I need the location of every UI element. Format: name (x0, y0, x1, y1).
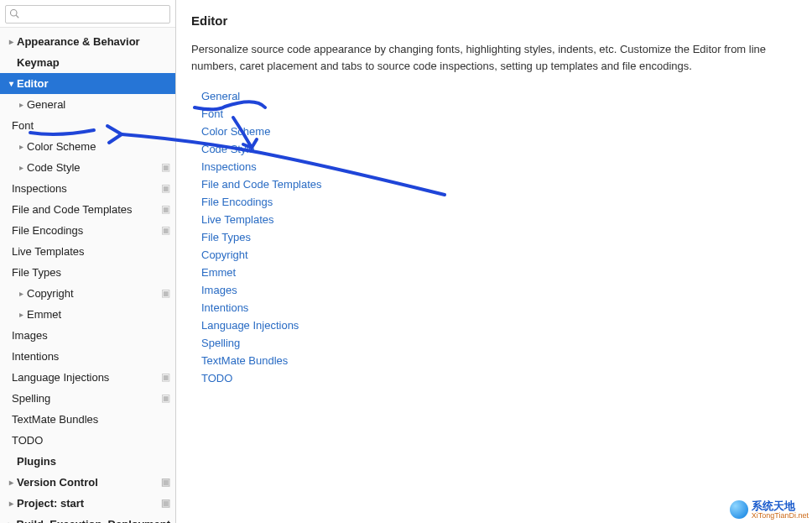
editor-link-todo[interactable]: TODO (201, 369, 797, 387)
tree-item-label: Language Injections (0, 367, 158, 388)
chevron-right-icon: ▸ (5, 514, 17, 523)
chevron-right-icon: ▸ (15, 157, 27, 178)
tree-item-label: File Encodings (0, 220, 158, 241)
chevron-right-icon: ▸ (5, 31, 17, 52)
editor-link-color-scheme[interactable]: Color Scheme (201, 123, 797, 140)
settings-sidebar: ▸Appearance & Behavior▸Keymap▾Editor▸Gen… (0, 0, 176, 523)
tree-item-language-injections[interactable]: ▸Language Injections▣ (0, 367, 175, 388)
project-level-icon: ▣ (161, 178, 170, 199)
settings-main: Editor Personalize source code appearanc… (176, 0, 812, 523)
tree-item-label: TextMate Bundles (0, 409, 170, 430)
tree-item-label: Appearance & Behavior (17, 31, 170, 52)
editor-link-intentions[interactable]: Intentions (201, 299, 797, 316)
editor-link-emmet[interactable]: Emmet (201, 264, 797, 281)
editor-link-copyright[interactable]: Copyright (201, 246, 797, 264)
globe-icon (730, 500, 748, 519)
tree-item-label: Images (0, 325, 170, 346)
tree-item-label: Live Templates (0, 241, 170, 262)
chevron-right-icon: ▸ (15, 136, 27, 157)
tree-item-version-control[interactable]: ▸Version Control▣ (0, 472, 175, 493)
tree-item-copyright[interactable]: ▸Copyright▣ (0, 283, 175, 304)
svg-line-1 (16, 15, 18, 18)
tree-item-editor[interactable]: ▾Editor (0, 73, 175, 94)
project-level-icon: ▣ (161, 367, 170, 388)
tree-item-label: Plugins (17, 451, 170, 472)
project-level-icon: ▣ (161, 388, 170, 409)
project-level-icon: ▣ (161, 157, 170, 178)
tree-item-appearance-behavior[interactable]: ▸Appearance & Behavior (0, 31, 175, 52)
tree-item-textmate-bundles[interactable]: ▸TextMate Bundles (0, 409, 175, 430)
tree-item-label: Version Control (17, 472, 158, 493)
tree-item-label: Project: start (17, 493, 158, 514)
tree-item-label: Editor (17, 73, 170, 94)
tree-item-label: Font (0, 115, 170, 136)
chevron-right-icon: ▸ (15, 94, 27, 115)
tree-item-label: Inspections (0, 178, 158, 199)
tree-item-live-templates[interactable]: ▸Live Templates (0, 241, 175, 262)
tree-item-label: Emmet (27, 304, 170, 325)
tree-item-project-start[interactable]: ▸Project: start▣ (0, 493, 175, 514)
tree-item-file-and-code-templates[interactable]: ▸File and Code Templates▣ (0, 199, 175, 220)
tree-item-label: Code Style (27, 157, 158, 178)
tree-item-label: File and Code Templates (0, 199, 158, 220)
editor-link-live-templates[interactable]: Live Templates (201, 211, 797, 228)
settings-tree: ▸Appearance & Behavior▸Keymap▾Editor▸Gen… (0, 28, 175, 523)
editor-link-file-encodings[interactable]: File Encodings (201, 193, 797, 211)
editor-link-file-and-code-templates[interactable]: File and Code Templates (201, 175, 797, 193)
editor-link-textmate-bundles[interactable]: TextMate Bundles (201, 352, 797, 369)
editor-link-images[interactable]: Images (201, 281, 797, 299)
watermark-line2: XiTongTianDi.net (752, 512, 809, 520)
tree-item-plugins[interactable]: ▸Plugins (0, 451, 175, 472)
tree-item-label: General (27, 94, 170, 115)
project-level-icon: ▣ (161, 220, 170, 241)
project-level-icon: ▣ (161, 493, 170, 514)
search-wrap (0, 0, 175, 28)
tree-item-label: Copyright (27, 283, 158, 304)
chevron-right-icon: ▸ (15, 283, 27, 304)
editor-link-file-types[interactable]: File Types (201, 228, 797, 246)
project-level-icon: ▣ (161, 283, 170, 304)
search-input[interactable] (21, 8, 166, 21)
watermark: 系统天地 XiTongTianDi.net (730, 500, 809, 520)
editor-link-inspections[interactable]: Inspections (201, 158, 797, 175)
chevron-down-icon: ▾ (5, 73, 17, 94)
tree-item-inspections[interactable]: ▸Inspections▣ (0, 178, 175, 199)
chevron-right-icon: ▸ (15, 304, 27, 325)
editor-link-font[interactable]: Font (201, 105, 797, 123)
tree-item-spelling[interactable]: ▸Spelling▣ (0, 388, 175, 409)
tree-item-code-style[interactable]: ▸Code Style▣ (0, 157, 175, 178)
tree-item-images[interactable]: ▸Images (0, 325, 175, 346)
tree-item-build-execution-deployment[interactable]: ▸Build, Execution, Deployment (0, 514, 175, 523)
tree-item-color-scheme[interactable]: ▸Color Scheme (0, 136, 175, 157)
tree-item-file-encodings[interactable]: ▸File Encodings▣ (0, 220, 175, 241)
search-icon (9, 8, 19, 21)
editor-link-general[interactable]: General (201, 87, 797, 105)
tree-item-label: Intentions (0, 346, 170, 367)
tree-item-label: TODO (0, 430, 170, 451)
tree-item-label: Build, Execution, Deployment (17, 514, 170, 523)
page-description: Personalize source code appearance by ch… (191, 41, 797, 74)
tree-item-emmet[interactable]: ▸Emmet (0, 304, 175, 325)
editor-link-code-style[interactable]: Code Style (201, 140, 797, 158)
chevron-right-icon: ▸ (5, 472, 17, 493)
watermark-line1: 系统天地 (752, 500, 809, 512)
tree-item-font[interactable]: ▸Font (0, 115, 175, 136)
editor-link-language-injections[interactable]: Language Injections (201, 316, 797, 334)
tree-item-keymap[interactable]: ▸Keymap (0, 52, 175, 73)
tree-item-label: File Types (0, 262, 170, 283)
tree-item-label: Color Scheme (27, 136, 170, 157)
tree-item-todo[interactable]: ▸TODO (0, 430, 175, 451)
search-box[interactable] (5, 5, 170, 24)
project-level-icon: ▣ (161, 199, 170, 220)
svg-point-0 (11, 9, 18, 16)
tree-item-label: Spelling (0, 388, 158, 409)
tree-item-label: Keymap (17, 52, 170, 73)
page-title: Editor (191, 13, 797, 28)
project-level-icon: ▣ (161, 472, 170, 493)
tree-item-intentions[interactable]: ▸Intentions (0, 346, 175, 367)
tree-item-file-types[interactable]: ▸File Types (0, 262, 175, 283)
chevron-right-icon: ▸ (5, 493, 17, 514)
editor-link-spelling[interactable]: Spelling (201, 334, 797, 352)
tree-item-general[interactable]: ▸General (0, 94, 175, 115)
editor-sublinks: GeneralFontColor SchemeCode StyleInspect… (201, 87, 797, 387)
